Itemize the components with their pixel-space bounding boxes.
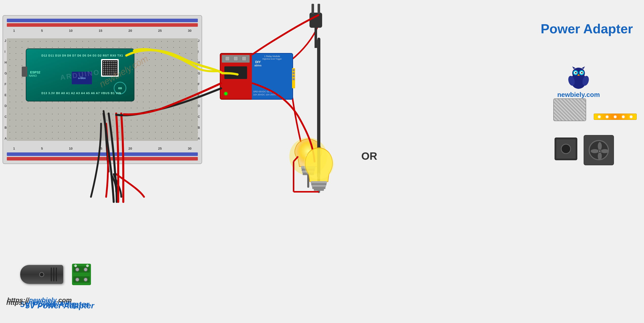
adapter-body: ⊕ ⊕ — [20, 260, 91, 293]
breadboard-letters-left: J I H G F E D C B A — [5, 35, 7, 144]
breadboard: 1 5 10 15 20 25 30 1 5 10 15 20 25 30 J … — [3, 15, 202, 164]
relay-terminal-3 — [242, 56, 246, 61]
relay-terminal-2 — [233, 56, 238, 61]
svg-point-26 — [601, 149, 609, 153]
relay-blue-section: DIY ables SRD-05VDC-SL-C 10A 30VDC 10A 2… — [252, 53, 293, 100]
power-adapter-5v-component: ⊕ ⊕ — [20, 260, 91, 293]
light-bulb-svg — [288, 134, 328, 189]
breadboard-letters-right: J I H G F E D C B A — [198, 35, 200, 144]
breadboard-numbers-top: 1 5 10 15 20 25 30 — [13, 29, 192, 33]
relay-module: DIY ables SRD-05VDC-SL-C 10A 30VDC 10A 2… — [220, 53, 293, 100]
terminal-block-green: ⊕ ⊕ — [72, 264, 91, 285]
svg-point-18 — [581, 72, 583, 73]
url-com: .com — [57, 296, 72, 304]
relay-brand-logo: DIY ables — [254, 60, 261, 67]
breadboard-rail-top-red — [7, 23, 198, 27]
relay-terminal-1 — [225, 56, 230, 61]
svg-point-25 — [598, 142, 602, 150]
url-label-breadboard: https://newbiely.com — [7, 296, 72, 304]
breadboard-numbers-bottom: 1 5 10 15 20 25 30 — [13, 147, 192, 150]
arduino-top-pin-labels: D12 D11 D10 D9 D8 D7 D6 D5 D4 D3 D2 RST … — [41, 54, 123, 57]
power-plug-component — [303, 3, 328, 49]
breadboard-rail-bottom-red — [7, 157, 198, 160]
label-power-adapter: Power Adapter — [541, 21, 633, 36]
svg-rect-0 — [309, 13, 322, 28]
newbiely-logo: newbiely.com — [541, 64, 616, 99]
light-bulb-component — [288, 134, 328, 190]
svg-point-27 — [598, 152, 602, 160]
component-thumbnail-relay-small — [553, 98, 586, 121]
arduino-usb-port — [22, 67, 27, 77]
svg-point-30 — [599, 150, 601, 152]
newbiely-text: newbiely.com — [541, 91, 616, 99]
main-diagram: 1 5 10 15 20 25 30 1 5 10 15 20 25 30 J … — [0, 0, 644, 323]
relay-led — [224, 92, 227, 95]
label-or: OR — [361, 150, 377, 162]
svg-marker-21 — [582, 66, 585, 69]
svg-point-28 — [591, 149, 599, 153]
adapter-barrel — [20, 265, 63, 284]
relay-trigger-text: High/low level Trigger — [252, 58, 292, 60]
svg-point-17 — [575, 72, 577, 73]
url-newbiely: newbiely — [29, 296, 57, 304]
relay-pin-labels: SRD-05VDC-SL-C 10A 30VDC 10A 250VAC — [253, 90, 278, 96]
url-https: https:// — [7, 296, 29, 304]
component-thumbnail-water-pump — [555, 138, 577, 160]
relay-pin-header — [292, 68, 295, 88]
svg-rect-2 — [318, 4, 320, 14]
relay-red-section — [220, 53, 253, 100]
relay-coil — [224, 66, 247, 79]
arduino-esp32-label: ESP32 — [30, 70, 40, 74]
arduino-pin-labels: D13 3.3V B0 A0 A1 A2 A3 A4 A5 A6 A7 VBUS… — [41, 92, 121, 95]
svg-marker-20 — [572, 66, 576, 69]
relay-terminals-top — [222, 55, 250, 63]
owl-icon-svg — [566, 64, 591, 90]
relay-header-text: 1 Relay Module — [252, 55, 292, 58]
component-thumbnail-led-strip — [594, 114, 637, 120]
svg-rect-1 — [312, 4, 314, 14]
breadboard-rail-bottom-blue — [7, 152, 198, 156]
breadboard-rail-top-blue — [7, 19, 198, 22]
power-plug-svg — [303, 3, 328, 48]
arduino-nano-label: NANO — [29, 74, 37, 77]
component-thumbnail-fan — [584, 135, 614, 165]
